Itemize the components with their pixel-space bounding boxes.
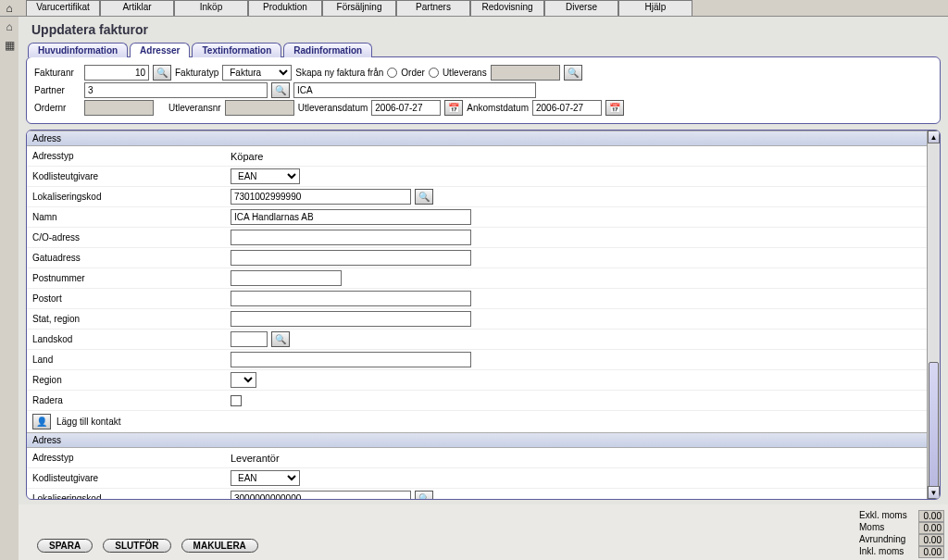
utleverans-search-icon[interactable]: 🔍 bbox=[564, 65, 582, 81]
toolbar-diverse[interactable]: Diverse bbox=[544, 0, 618, 16]
lokal2-input[interactable] bbox=[231, 491, 411, 499]
postnr1-input[interactable] bbox=[231, 270, 342, 286]
radera1-label: Radera bbox=[27, 395, 231, 405]
footer: SPARA SLUTFÖR MAKULERA Exkl. moms0.00 Mo… bbox=[19, 504, 948, 560]
page-title: Uppdatera fakturor bbox=[31, 22, 941, 37]
utleveransdatum-calendar-icon[interactable]: 📅 bbox=[444, 100, 463, 116]
land1-label: Land bbox=[27, 355, 231, 365]
namn1-label: Namn bbox=[27, 212, 231, 222]
toolbar-hjalp[interactable]: Hjälp bbox=[618, 0, 692, 16]
toolbar-forsaljning[interactable]: Försäljning bbox=[322, 0, 396, 16]
address1-header: Adress bbox=[27, 131, 927, 146]
grid-icon[interactable]: ▦ bbox=[5, 39, 15, 52]
lokal1-input[interactable] bbox=[231, 189, 411, 205]
lokal2-label: Lokaliseringskod bbox=[27, 493, 231, 499]
lokal1-label: Lokaliseringskod bbox=[27, 192, 231, 202]
partner-name-input[interactable] bbox=[293, 82, 536, 98]
kodlist1-label: Kodlisteutgivare bbox=[27, 171, 231, 181]
land1-input[interactable] bbox=[231, 352, 471, 367]
ankomstdatum-input[interactable] bbox=[532, 100, 602, 116]
co1-label: C/O-adress bbox=[27, 232, 231, 243]
region1-label: Region bbox=[27, 375, 231, 385]
scroll-thumb[interactable] bbox=[929, 362, 939, 492]
postnr1-label: Postnummer bbox=[27, 273, 231, 283]
toolbar-varucertifikat[interactable]: Varucertifikat bbox=[26, 0, 100, 16]
toolbar-produktion[interactable]: Produktion bbox=[248, 0, 322, 16]
namn1-input[interactable] bbox=[231, 209, 471, 225]
landskod1-input[interactable] bbox=[231, 331, 268, 347]
partner-code-input[interactable] bbox=[84, 82, 268, 98]
gatu1-label: Gatuadress bbox=[27, 253, 231, 263]
kodlist2-select[interactable]: EAN bbox=[231, 470, 300, 486]
fakturanr-label: Fakturanr bbox=[34, 68, 81, 78]
toolbar-artiklar[interactable]: Artiklar bbox=[100, 0, 174, 16]
utleveransnr-input[interactable] bbox=[225, 100, 294, 116]
lokal1-search-icon[interactable]: 🔍 bbox=[415, 189, 433, 205]
tab-radinformation[interactable]: Radinformation bbox=[283, 43, 372, 57]
utleveransdatum-input[interactable] bbox=[371, 100, 441, 116]
add-contact-icon[interactable]: 👤 bbox=[32, 414, 51, 429]
toolbar-partners[interactable]: Partners bbox=[396, 0, 470, 16]
landskod1-label: Landskod bbox=[27, 334, 231, 344]
ordernr-label: Ordernr bbox=[34, 103, 81, 113]
kodlist1-select[interactable]: EAN bbox=[231, 168, 300, 184]
tab-textinformation[interactable]: Textinformation bbox=[192, 43, 281, 57]
toolbar-redovisning[interactable]: Redovisning bbox=[470, 0, 544, 16]
fakturatyp-label: Fakturatyp bbox=[175, 68, 218, 78]
spara-button[interactable]: SPARA bbox=[37, 539, 93, 553]
avr-label: Avrundning bbox=[859, 534, 915, 546]
partner-label: Partner bbox=[34, 85, 81, 95]
partner-search-icon[interactable]: 🔍 bbox=[271, 82, 290, 98]
header-card: Fakturanr 🔍 Fakturatyp Faktura Skapa ny … bbox=[26, 56, 941, 124]
ordernr-input[interactable] bbox=[84, 100, 154, 116]
moms-label: Moms bbox=[859, 522, 915, 534]
postort1-input[interactable] bbox=[231, 291, 471, 306]
order-radio[interactable] bbox=[387, 68, 397, 78]
utleverans-label: Utleverans bbox=[443, 68, 487, 78]
stat1-input[interactable] bbox=[231, 311, 471, 327]
kodlist2-label: Kodlisteutgivare bbox=[27, 473, 231, 483]
scroll-down-icon[interactable]: ▼ bbox=[928, 486, 940, 499]
home-icon-2[interactable]: ⌂ bbox=[6, 20, 12, 33]
utleverans-input[interactable] bbox=[491, 65, 560, 81]
skapa-label: Skapa ny faktura från bbox=[295, 68, 383, 78]
toolbar-inkop[interactable]: Inköp bbox=[174, 0, 248, 16]
main-toolbar: ⌂ Varucertifikat Artiklar Inköp Produkti… bbox=[0, 0, 948, 17]
add-contact-row: 👤Lägg till kontakt bbox=[27, 411, 927, 432]
fakturanr-search-icon[interactable]: 🔍 bbox=[153, 65, 171, 81]
adresstyp2-value: Leverantör bbox=[231, 453, 280, 464]
tab-row: Huvudinformation Adresser Textinformatio… bbox=[28, 43, 944, 57]
app-panel: Uppdatera fakturor Huvudinformation Adre… bbox=[19, 17, 948, 560]
order-label: Order bbox=[401, 68, 425, 78]
inkl-label: Inkl. moms bbox=[859, 546, 915, 558]
avr-value: 0.00 bbox=[918, 534, 944, 546]
region1-select[interactable] bbox=[231, 372, 256, 388]
address2-header: Adress bbox=[27, 432, 927, 448]
gatu1-input[interactable] bbox=[231, 250, 471, 266]
utleveransdatum-label: Utleveransdatum bbox=[298, 103, 368, 113]
vertical-scrollbar[interactable]: ▲ ▼ bbox=[927, 131, 940, 499]
adresstyp1-value: Köpare bbox=[231, 151, 263, 162]
exkl-value: 0.00 bbox=[918, 510, 944, 522]
stat1-label: Stat, region bbox=[27, 314, 231, 324]
tab-adresser[interactable]: Adresser bbox=[130, 43, 190, 57]
moms-value: 0.00 bbox=[918, 522, 944, 534]
landskod1-search-icon[interactable]: 🔍 bbox=[271, 331, 290, 347]
co1-input[interactable] bbox=[231, 230, 471, 245]
slutfor-button[interactable]: SLUTFÖR bbox=[103, 539, 170, 553]
add-contact-label[interactable]: Lägg till kontakt bbox=[56, 417, 121, 427]
tab-huvudinformation[interactable]: Huvudinformation bbox=[28, 43, 128, 57]
radera1-checkbox[interactable] bbox=[231, 395, 242, 406]
address-scroll-panel: Adress AdresstypKöpare KodlisteutgivareE… bbox=[26, 130, 941, 500]
adresstyp2-label: Adresstyp bbox=[27, 453, 231, 463]
scroll-up-icon[interactable]: ▲ bbox=[928, 131, 940, 143]
fakturatyp-select[interactable]: Faktura bbox=[222, 65, 292, 81]
ankomstdatum-label: Ankomstdatum bbox=[467, 103, 529, 113]
fakturanr-input[interactable] bbox=[84, 65, 149, 81]
lokal2-search-icon[interactable]: 🔍 bbox=[415, 491, 433, 499]
home-icon[interactable]: ⌂ bbox=[0, 0, 19, 16]
utleverans-radio[interactable] bbox=[429, 68, 439, 78]
makulera-button[interactable]: MAKULERA bbox=[181, 539, 258, 553]
adresstyp1-label: Adresstyp bbox=[27, 151, 231, 161]
ankomstdatum-calendar-icon[interactable]: 📅 bbox=[605, 100, 624, 116]
